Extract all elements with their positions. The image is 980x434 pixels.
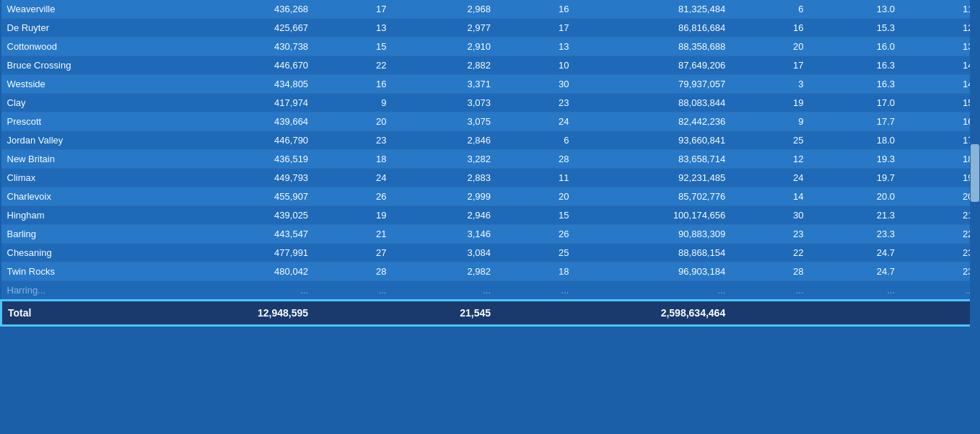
table-cell: 88,083,844 bbox=[574, 94, 731, 112]
table-cell: 446,790 bbox=[183, 131, 314, 150]
table-cell: 425,667 bbox=[183, 19, 314, 37]
table-cell: 9 bbox=[731, 112, 809, 131]
table-cell: ... bbox=[496, 281, 574, 301]
table-cell: 23 bbox=[314, 131, 392, 150]
total-cell bbox=[314, 301, 392, 326]
table-cell: 477,991 bbox=[183, 244, 314, 262]
table-cell: 15 bbox=[314, 37, 392, 56]
table-cell: 20 bbox=[901, 187, 979, 206]
table-cell: Jordan Valley bbox=[1, 131, 184, 150]
table-cell: Cottonwood bbox=[1, 37, 184, 56]
table-cell: ... bbox=[810, 281, 901, 301]
table-cell: 26 bbox=[314, 187, 392, 206]
table-cell: 17.0 bbox=[810, 94, 901, 112]
table-cell: Westside bbox=[1, 75, 184, 94]
table-cell: 24 bbox=[314, 169, 392, 187]
table-cell: 20 bbox=[731, 37, 809, 56]
table-cell: 3,371 bbox=[392, 75, 496, 94]
table-cell: 25 bbox=[496, 244, 574, 262]
table-cell: 2,946 bbox=[392, 206, 496, 225]
table-cell: 16 bbox=[314, 75, 392, 94]
table-cell: 79,937,057 bbox=[574, 75, 731, 94]
table-cell: 9 bbox=[314, 94, 392, 112]
table-row: Charlevoix455,907262,9992085,702,7761420… bbox=[1, 187, 979, 206]
table-cell: Clay bbox=[1, 94, 184, 112]
table-row: Chesaning477,991273,0842588,868,1542224.… bbox=[1, 244, 979, 262]
table-cell: 18.0 bbox=[810, 131, 901, 150]
table-cell: 21.3 bbox=[810, 206, 901, 225]
table-cell: 28 bbox=[314, 262, 392, 281]
table-cell: 10 bbox=[496, 56, 574, 75]
table-cell: 14 bbox=[901, 56, 979, 75]
table-row: Cottonwood430,738152,9101388,358,6882016… bbox=[1, 37, 979, 56]
table-cell: 85,702,776 bbox=[574, 187, 731, 206]
table-wrapper: Weaverville436,268172,9681681,325,484613… bbox=[0, 0, 980, 434]
scrollbar[interactable] bbox=[970, 0, 980, 434]
table-cell: 23 bbox=[901, 262, 979, 281]
table-cell: 19.3 bbox=[810, 150, 901, 169]
table-cell: 19 bbox=[901, 169, 979, 187]
table-cell: 439,025 bbox=[183, 206, 314, 225]
total-cell: 2,598,634,464 bbox=[574, 301, 731, 326]
table-cell: 24 bbox=[496, 112, 574, 131]
table-row: Hingham439,025192,94615100,174,6563021.3… bbox=[1, 206, 979, 225]
table-row: Climax449,793242,8831192,231,4852419.719 bbox=[1, 169, 979, 187]
table-cell: ... bbox=[183, 281, 314, 301]
table-row: Westside434,805163,3713079,937,057316.31… bbox=[1, 75, 979, 94]
table-cell: 20.0 bbox=[810, 187, 901, 206]
table-cell: 15 bbox=[496, 206, 574, 225]
table-cell: 16 bbox=[731, 19, 809, 37]
table-cell: 86,816,684 bbox=[574, 19, 731, 37]
table-cell: 17.7 bbox=[810, 112, 901, 131]
table-row: New Britain436,519183,2822883,658,714121… bbox=[1, 150, 979, 169]
table-cell: ... bbox=[901, 281, 979, 301]
table-cell: 480,042 bbox=[183, 262, 314, 281]
table-cell: 436,268 bbox=[183, 0, 314, 19]
table-row: De Ruyter425,667132,9771786,816,6841615.… bbox=[1, 19, 979, 37]
table-cell: 23 bbox=[901, 244, 979, 262]
table-cell: 24.7 bbox=[810, 262, 901, 281]
table-row: Bruce Crossing446,670222,8821087,649,206… bbox=[1, 56, 979, 75]
table-cell: 82,442,236 bbox=[574, 112, 731, 131]
table-cell: 3,075 bbox=[392, 112, 496, 131]
table-cell: Hingham bbox=[1, 206, 184, 225]
table-row: Weaverville436,268172,9681681,325,484613… bbox=[1, 0, 979, 19]
table-cell: 23 bbox=[731, 225, 809, 244]
table-cell: 2,982 bbox=[392, 262, 496, 281]
table-cell: 20 bbox=[314, 112, 392, 131]
table-cell: 2,883 bbox=[392, 169, 496, 187]
table-cell: 17 bbox=[314, 0, 392, 19]
table-cell: Charlevoix bbox=[1, 187, 184, 206]
scrollbar-thumb[interactable] bbox=[971, 144, 979, 202]
table-row: Barling443,547213,1462690,883,3092323.32… bbox=[1, 225, 979, 244]
table-cell: 19.7 bbox=[810, 169, 901, 187]
table-cell: 15.3 bbox=[810, 19, 901, 37]
table-row: Clay417,97493,0732388,083,8441917.015 bbox=[1, 94, 979, 112]
table-cell: Climax bbox=[1, 169, 184, 187]
table-cell: 19 bbox=[731, 94, 809, 112]
table-cell: 439,664 bbox=[183, 112, 314, 131]
table-cell: 28 bbox=[496, 150, 574, 169]
table-cell: 446,670 bbox=[183, 56, 314, 75]
table-cell: 16.3 bbox=[810, 56, 901, 75]
table-cell: 13.0 bbox=[810, 0, 901, 19]
total-cell: Total bbox=[1, 301, 184, 326]
table-cell: Barling bbox=[1, 225, 184, 244]
table-cell: ... bbox=[574, 281, 731, 301]
table-cell: 16.3 bbox=[810, 75, 901, 94]
table-cell: 81,325,484 bbox=[574, 0, 731, 19]
table-cell: 92,231,485 bbox=[574, 169, 731, 187]
total-cell bbox=[731, 301, 809, 326]
table-cell: 25 bbox=[731, 131, 809, 150]
table-cell: 30 bbox=[496, 75, 574, 94]
table-cell: 100,174,656 bbox=[574, 206, 731, 225]
table-cell: 3,084 bbox=[392, 244, 496, 262]
total-cell: 12,948,595 bbox=[183, 301, 314, 326]
table-cell: 2,910 bbox=[392, 37, 496, 56]
table-cell: 17 bbox=[901, 131, 979, 150]
table-cell: 22 bbox=[901, 225, 979, 244]
table-cell: 13 bbox=[496, 37, 574, 56]
total-cell bbox=[810, 301, 901, 326]
table-cell: 22 bbox=[314, 56, 392, 75]
table-cell: ... bbox=[392, 281, 496, 301]
